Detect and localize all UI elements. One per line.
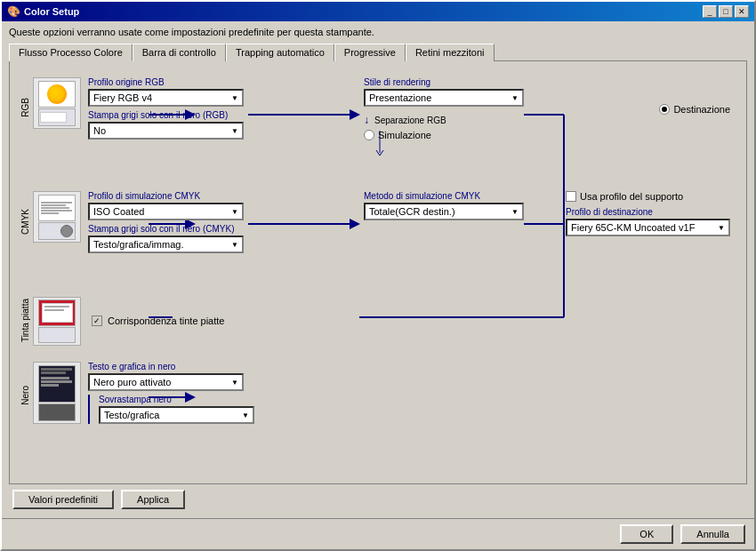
rendering-label: Stile di rendering [364, 77, 524, 87]
sep-rgb-row: ↓ Separazione RGB [364, 114, 524, 126]
nero-sovrastampa-section: Sovrastampa nero Testo/grafica ▼ [88, 395, 739, 424]
cmyk-label: CMYK [17, 191, 33, 252]
nero-fields: Testo e grafica in nero Nero puro attiva… [88, 362, 739, 424]
tab-flusso[interactable]: Flusso Processo Colore [9, 44, 133, 61]
cmyk-profile-arrow: ▼ [231, 208, 238, 216]
nero-sovrastampa-label: Sovrastampa nero [99, 395, 739, 404]
simulazione-row: Simulazione [364, 130, 524, 140]
title-bar: 🎨 Color Setup _ □ ✕ [2, 2, 754, 21]
cmyk-method-arrow: ▼ [511, 208, 519, 216]
nero-sovrastampa-field: Sovrastampa nero Testo/grafica ▼ [99, 395, 739, 424]
window-title: Color Setup [24, 6, 79, 17]
use-profile-checkbox[interactable] [566, 191, 576, 202]
maximize-button[interactable]: □ [719, 5, 733, 18]
corrispondenza-checkbox[interactable]: ✓ [92, 315, 102, 326]
nero-testo-arrow: ▼ [231, 379, 238, 387]
cmyk-row: CMYK [17, 191, 739, 253]
tab-progressive[interactable]: Progressive [334, 44, 406, 61]
cmyk-gray-arrow: ▼ [231, 241, 238, 249]
cmyk-gray-select[interactable]: Testo/grafica/immag. ▼ [88, 236, 244, 253]
dest-profile-field: Profilo di destinazione Fiery 65C-KM Unc… [566, 207, 730, 236]
nero-row: Nero [17, 362, 739, 428]
rgb-icon [33, 77, 81, 129]
color-setup-window: 🎨 Color Setup _ □ ✕ Queste opzioni verra… [0, 0, 756, 551]
tab-bar: Flusso Processo Colore Barra di controll… [9, 43, 747, 60]
window-body: Queste opzioni verranno usate come impos… [2, 21, 754, 518]
rgb-label: RGB [17, 77, 33, 138]
rendering-section: Stile di rendering Presentazione ▼ ↓ Sep… [364, 77, 524, 140]
subtitle-text: Queste opzioni verranno usate come impos… [9, 27, 747, 37]
tab-retini[interactable]: Retini mezzitoni [406, 44, 495, 61]
tinta-icon [33, 297, 81, 346]
tinta-label: Tinta piatta [17, 295, 33, 347]
corrispondenza-section: ✓ Corrispondenza tinte piatte [92, 315, 224, 326]
cmyk-method-section: Metodo di simulazione CMYK Totale(GCR de… [364, 191, 524, 220]
cmyk-icon [33, 191, 81, 243]
use-profile-label: Usa profilo del supporto [580, 191, 683, 202]
destinazione-row: Destinazione [659, 104, 730, 115]
use-profile-row: Usa profilo del supporto [566, 191, 730, 202]
window-icon: 🎨 [7, 5, 20, 18]
nero-label: Nero [17, 362, 33, 428]
apply-button[interactable]: Applica [121, 490, 185, 509]
simulazione-label: Simulazione [378, 130, 431, 140]
tab-barra[interactable]: Barra di controllo [133, 44, 226, 61]
minimize-button[interactable]: _ [703, 5, 717, 18]
sep-rgb-label: Separazione RGB [374, 116, 446, 125]
tinta-row: Tinta piatta ✓ Corrispondenza [17, 295, 739, 347]
dest-profile-select[interactable]: Fiery 65C-KM Uncoated v1F ▼ [566, 219, 730, 236]
nero-icon [33, 362, 81, 424]
cmyk-method-select[interactable]: Totale(GCR destin.) ▼ [364, 203, 524, 220]
nero-testo-select[interactable]: Nero puro attivato ▼ [88, 373, 244, 391]
nero-sovrastampa-arrow: ▼ [242, 411, 249, 419]
nero-testo-label: Testo e grafica in nero [88, 362, 739, 371]
corrispondenza-label: Corrispondenza tinte piatte [108, 315, 224, 326]
bottom-left-buttons: Valori predefiniti Applica [9, 484, 747, 513]
simulazione-radio[interactable] [364, 130, 374, 140]
rgb-profile-arrow: ▼ [231, 94, 238, 102]
dest-profile-arrow: ▼ [718, 224, 725, 232]
tab-content: RGB Profilo ori [9, 60, 747, 484]
cancel-button[interactable]: Annulla [680, 524, 745, 544]
destinazione-radio[interactable] [659, 104, 670, 115]
destinazione-section: Destinazione [659, 104, 730, 115]
close-button[interactable]: ✕ [735, 5, 749, 18]
rgb-gray-arrow: ▼ [231, 127, 238, 135]
rendering-arrow: ▼ [511, 94, 519, 102]
rendering-select[interactable]: Presentazione ▼ [364, 89, 524, 107]
rgb-gray-select[interactable]: No ▼ [88, 122, 244, 140]
dest-profile-label: Profilo di destinazione [566, 207, 730, 217]
ok-button[interactable]: OK [620, 524, 673, 544]
title-bar-buttons: _ □ ✕ [703, 5, 749, 18]
cmyk-method-label: Metodo di simulazione CMYK [364, 191, 524, 201]
svg-line-6 [376, 150, 380, 156]
rgb-row: RGB Profilo ori [17, 77, 739, 140]
ok-cancel-bar: OK Annulla [2, 518, 754, 549]
nero-sovrastampa-select[interactable]: Testo/grafica ▼ [99, 406, 254, 424]
cmyk-profile-select[interactable]: ISO Coated ▼ [88, 203, 244, 220]
defaults-button[interactable]: Valori predefiniti [12, 490, 114, 509]
tab-trapping[interactable]: Trapping automatico [226, 44, 334, 61]
destinazione-label: Destinazione [673, 104, 730, 115]
nero-testo-field: Testo e grafica in nero Nero puro attiva… [88, 362, 739, 391]
sep-rgb-section: ↓ Separazione RGB Simulazione [364, 114, 524, 140]
rgb-profile-select[interactable]: Fiery RGB v4 ▼ [88, 89, 244, 107]
svg-line-7 [380, 150, 383, 156]
cmyk-right-panel: Usa profilo del supporto Profilo di dest… [566, 191, 730, 236]
